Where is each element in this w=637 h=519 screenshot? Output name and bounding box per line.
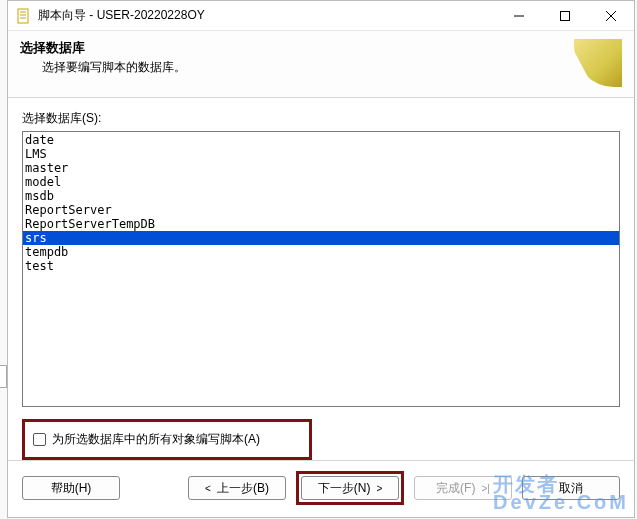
window-title: 脚本向导 - USER-20220228OY [38, 7, 496, 24]
cancel-button[interactable]: 取消 [522, 476, 620, 500]
next-button[interactable]: 下一步(N)> [301, 476, 399, 500]
window-buttons [496, 1, 634, 30]
list-item[interactable]: model [23, 175, 619, 189]
list-item[interactable]: srs [23, 231, 619, 245]
maximize-button[interactable] [542, 1, 588, 30]
left-scroll-fragment [0, 365, 7, 388]
list-item[interactable]: tempdb [23, 245, 619, 259]
page-subtitle: 选择要编写脚本的数据库。 [20, 59, 574, 76]
chevron-left-icon: < [205, 483, 211, 494]
select-database-label: 选择数据库(S): [22, 110, 620, 127]
script-all-objects-checkbox[interactable] [33, 433, 46, 446]
next-button-highlight: 下一步(N)> [296, 471, 404, 505]
list-item[interactable]: ReportServer [23, 203, 619, 217]
back-button-label: 上一步(B) [217, 480, 269, 497]
list-item[interactable]: master [23, 161, 619, 175]
finish-button-label: 完成(F) [436, 480, 475, 497]
database-listbox[interactable]: dateLMSmastermodelmsdbReportServerReport… [22, 131, 620, 407]
close-button[interactable] [588, 1, 634, 30]
wizard-window: 脚本向导 - USER-20220228OY 选择数据库 选择要编写脚本的数据库… [7, 0, 635, 518]
list-item[interactable]: test [23, 259, 619, 273]
content-area: 选择数据库(S): dateLMSmastermodelmsdbReportSe… [8, 98, 634, 460]
list-item[interactable]: LMS [23, 147, 619, 161]
svg-rect-0 [18, 9, 28, 23]
header-ribbon-icon [574, 39, 622, 87]
help-button[interactable]: 帮助(H) [22, 476, 120, 500]
help-button-label: 帮助(H) [51, 480, 92, 497]
list-item[interactable]: date [23, 133, 619, 147]
list-item[interactable]: ReportServerTempDB [23, 217, 619, 231]
next-button-label: 下一步(N) [318, 480, 371, 497]
list-item[interactable]: msdb [23, 189, 619, 203]
finish-chevron-icon: >| [481, 483, 489, 494]
minimize-button[interactable] [496, 1, 542, 30]
script-all-objects-label: 为所选数据库中的所有对象编写脚本(A) [52, 431, 260, 448]
chevron-right-icon: > [376, 483, 382, 494]
page-title: 选择数据库 [20, 39, 574, 57]
wizard-header: 选择数据库 选择要编写脚本的数据库。 [8, 31, 634, 98]
cancel-button-label: 取消 [559, 480, 583, 497]
titlebar: 脚本向导 - USER-20220228OY [8, 1, 634, 31]
finish-button: 完成(F)>| [414, 476, 512, 500]
script-all-objects-highlight: 为所选数据库中的所有对象编写脚本(A) [22, 419, 312, 460]
header-text: 选择数据库 选择要编写脚本的数据库。 [20, 39, 574, 87]
app-icon [16, 8, 32, 24]
back-button[interactable]: <上一步(B) [188, 476, 286, 500]
footer: 帮助(H) <上一步(B) 下一步(N)> 完成(F)>| 取消 [8, 460, 634, 517]
svg-rect-2 [561, 11, 570, 20]
